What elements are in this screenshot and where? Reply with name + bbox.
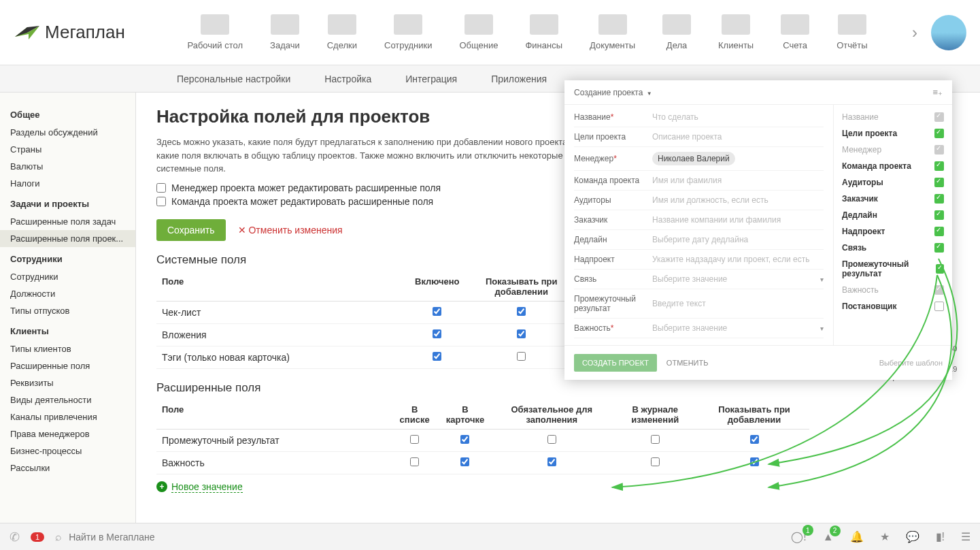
save-button[interactable]: Сохранить (156, 219, 226, 241)
form-row[interactable]: Название*Что сделать (574, 108, 824, 127)
toggle-checkbox[interactable] (934, 145, 944, 155)
toggle-checkbox[interactable] (934, 129, 944, 138)
nav-chat[interactable]: Общение (459, 14, 498, 50)
sidebar-item[interactable]: Расширенные поля (0, 357, 135, 374)
checkbox-in-list[interactable] (410, 435, 419, 444)
form-input[interactable]: Выберите значение (652, 274, 820, 284)
choose-template-link[interactable]: Выберите шаблон (879, 359, 943, 367)
form-row[interactable]: Цели проектаОписание проекта (574, 127, 824, 147)
nav-clients[interactable]: Клиенты (718, 14, 754, 50)
sidebar-item[interactable]: Страны (0, 141, 135, 158)
secnav-apps[interactable]: Приложения (491, 74, 547, 84)
sidebar-item[interactable]: Разделы обсуждений (0, 124, 135, 141)
field-toggle-row[interactable]: Связь (834, 240, 952, 256)
sidebar-item[interactable]: Каналы привлечения (0, 408, 135, 425)
nav-desktop[interactable]: Рабочий стол (187, 14, 243, 50)
toggle-checkbox[interactable] (934, 112, 944, 122)
form-input[interactable]: Укажите надзадачу или проект, если есть (652, 255, 824, 264)
popup-options-icon[interactable]: ≡₊ (932, 87, 943, 97)
sidebar-item[interactable]: Сотрудники (0, 268, 135, 285)
field-toggle-row[interactable]: Важность (834, 282, 952, 298)
field-toggle-row[interactable]: Промежуточный результат (834, 256, 952, 282)
nav-finance[interactable]: Финансы (525, 14, 562, 50)
checkbox-enabled[interactable] (433, 352, 441, 361)
nav-deals[interactable]: Сделки (327, 14, 357, 50)
checkbox-required[interactable] (547, 457, 556, 466)
toggle-checkbox[interactable] (934, 161, 944, 171)
warn-icon[interactable]: ▮! (936, 530, 945, 543)
star-icon[interactable]: ★ (880, 530, 890, 543)
sidebar-item[interactable]: Налоги (0, 175, 135, 192)
secnav-settings[interactable]: Настройка (324, 74, 371, 84)
search-input[interactable] (69, 532, 273, 543)
sidebar-item[interactable]: Виды деятельности (0, 391, 135, 408)
sidebar-item[interactable]: Бизнес-процессы (0, 442, 135, 459)
field-toggle-row[interactable]: Заказчик (834, 191, 952, 207)
toggle-checkbox[interactable] (934, 302, 944, 311)
form-row[interactable]: Команда проектаИмя или фамилия (574, 171, 824, 191)
menu-icon[interactable]: ☰ (961, 530, 970, 543)
global-search[interactable]: ⌕ (55, 531, 780, 543)
toggle-checkbox[interactable] (934, 285, 944, 295)
secnav-integration[interactable]: Интеграция (405, 74, 457, 84)
toggle-checkbox[interactable] (934, 227, 944, 236)
nav-invoices[interactable]: Счета (781, 14, 809, 50)
checkbox-show-on-add[interactable] (517, 307, 526, 316)
nav-reports[interactable]: Отчёты (837, 14, 867, 50)
field-toggle-row[interactable]: Название (834, 109, 952, 125)
checkbox-required[interactable] (547, 435, 556, 444)
checkbox-in-log[interactable] (651, 457, 660, 466)
checkbox-in-log[interactable] (651, 435, 660, 444)
nav-tasks[interactable]: Задачи (270, 14, 300, 50)
nav-affairs[interactable]: Дела (662, 14, 691, 50)
field-toggle-row[interactable]: Менеджер (834, 142, 952, 158)
alert-icon[interactable]: ◯!1 (791, 530, 806, 543)
toggle-checkbox[interactable] (934, 178, 944, 187)
form-input[interactable]: Что сделать (652, 112, 824, 122)
bell-icon[interactable]: 🔔 (850, 530, 864, 543)
create-project-button[interactable]: СОЗДАТЬ ПРОЕКТ (574, 354, 657, 372)
form-input[interactable]: Выберите дату дедлайна (652, 235, 824, 244)
form-row[interactable]: АудиторыИмя или должность, если есть (574, 191, 824, 210)
user-avatar[interactable] (931, 15, 966, 50)
sidebar-item[interactable]: Должности (0, 285, 135, 302)
toggle-checkbox[interactable] (934, 210, 944, 220)
form-input[interactable]: Описание проекта (652, 132, 824, 142)
sidebar-item[interactable]: Типы отпусков (0, 302, 135, 319)
toggle-checkbox[interactable] (936, 264, 944, 274)
nav-more-icon[interactable]: › (912, 23, 917, 42)
form-row[interactable]: НадпроектУкажите надзадачу или проект, е… (574, 250, 824, 270)
checkbox-in-card[interactable] (460, 457, 469, 466)
form-row[interactable]: Важность*Выберите значение▾ (574, 319, 824, 338)
checkbox-enabled[interactable] (433, 329, 441, 338)
field-toggle-row[interactable]: Надпроект (834, 223, 952, 240)
cancel-link[interactable]: ✕ Отменить изменения (238, 225, 343, 236)
sidebar-item[interactable]: Рассылки (0, 459, 135, 476)
fire-icon[interactable]: ▲2 (823, 531, 834, 543)
form-row[interactable]: СвязьВыберите значение▾ (574, 270, 824, 289)
form-row[interactable]: Промежуточный результатВведите текст (574, 289, 824, 319)
field-toggle-row[interactable]: Цели проекта (834, 125, 952, 142)
checkbox-show-on-add[interactable] (750, 435, 759, 444)
form-input[interactable]: Название компании или фамилия (652, 215, 824, 225)
nav-employees[interactable]: Сотрудники (384, 14, 432, 50)
popup-title[interactable]: Создание проекта ▼ (574, 88, 652, 97)
sidebar-item[interactable]: Права менеджеров (0, 425, 135, 442)
person-chip[interactable]: Николаев Валерий (652, 152, 735, 165)
secnav-personal[interactable]: Персональные настройки (177, 74, 290, 84)
form-input[interactable]: Имя или фамилия (652, 176, 824, 185)
field-toggle-row[interactable]: Постановщик (834, 298, 952, 314)
sidebar-item[interactable]: Реквизиты (0, 374, 135, 391)
sidebar-item[interactable]: Расширенные поля задач (0, 213, 135, 230)
form-input[interactable]: Имя или должность, если есть (652, 195, 824, 205)
field-toggle-row[interactable]: Команда проекта (834, 158, 952, 174)
sidebar-item[interactable]: Валюты (0, 158, 135, 175)
cancel-create-button[interactable]: ОТМЕНИТЬ (666, 359, 709, 367)
form-row[interactable]: ДедлайнВыберите дату дедлайна (574, 230, 824, 250)
toggle-checkbox[interactable] (934, 243, 944, 253)
checkbox-show-on-add[interactable] (750, 457, 759, 466)
form-row[interactable]: ЗаказчикНазвание компании или фамилия (574, 210, 824, 230)
checkbox-show-on-add[interactable] (517, 352, 526, 361)
field-toggle-row[interactable]: Дедлайн (834, 207, 952, 223)
comment-icon[interactable]: 💬 (906, 530, 919, 543)
